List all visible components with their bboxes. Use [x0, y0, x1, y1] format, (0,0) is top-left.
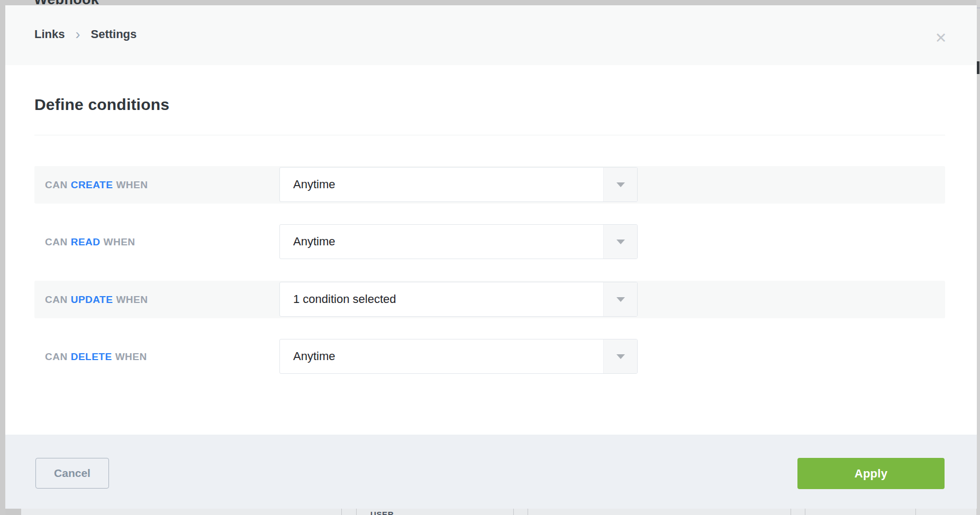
create-condition-dropdown[interactable]: Anytime	[279, 167, 638, 202]
dialog-header: Links › Settings ✕	[5, 5, 977, 65]
label-prefix: CAN	[45, 294, 68, 306]
table-column-divider	[791, 509, 791, 515]
table-column-divider	[513, 509, 514, 515]
dropdown-arrow-box	[603, 225, 637, 259]
label-verb: CREATE	[71, 179, 113, 191]
label-prefix: CAN	[45, 351, 68, 363]
breadcrumb: Links › Settings	[34, 27, 137, 41]
dropdown-selected-value: Anytime	[293, 339, 600, 373]
chevron-right-icon: ›	[75, 29, 80, 40]
update-condition-dropdown[interactable]: 1 condition selected	[279, 282, 638, 317]
chevron-down-icon	[616, 354, 625, 359]
dropdown-selected-value: Anytime	[293, 168, 600, 201]
dropdown-arrow-box	[603, 168, 637, 201]
breadcrumb-item-links[interactable]: Links	[34, 27, 65, 41]
background-table-edge: USER	[5, 509, 976, 515]
chevron-down-icon	[616, 182, 625, 187]
label-prefix: CAN	[45, 236, 68, 248]
delete-condition-dropdown[interactable]: Anytime	[279, 339, 638, 374]
permission-label-update: CAN UPDATE WHEN	[45, 281, 148, 318]
label-suffix: WHEN	[115, 351, 147, 363]
permission-row-delete: CAN DELETE WHEN Anytime	[34, 338, 945, 375]
permission-row-create: CAN CREATE WHEN Anytime	[34, 166, 945, 204]
background-right-partial-glyph	[977, 61, 979, 74]
background-right-edge	[976, 0, 980, 515]
table-column-divider	[805, 509, 805, 515]
table-column-divider	[356, 509, 357, 515]
background-corner-shadow	[5, 509, 21, 515]
chevron-down-icon	[616, 240, 625, 244]
table-column-divider	[915, 509, 916, 515]
dialog-body: Define conditions CAN CREATE WHEN Anytim…	[5, 65, 977, 435]
permission-label-delete: CAN DELETE WHEN	[45, 338, 147, 375]
table-column-divider	[528, 509, 528, 515]
dropdown-selected-value: 1 condition selected	[293, 282, 600, 316]
permission-row-update: CAN UPDATE WHEN 1 condition selected	[34, 281, 945, 318]
cancel-button[interactable]: Cancel	[35, 458, 109, 489]
background-right-divider	[976, 7, 980, 8]
label-suffix: WHEN	[104, 236, 135, 248]
close-icon[interactable]: ✕	[931, 29, 950, 48]
label-suffix: WHEN	[116, 294, 148, 306]
label-verb: READ	[71, 236, 101, 248]
label-prefix: CAN	[45, 179, 68, 191]
breadcrumb-item-settings[interactable]: Settings	[90, 27, 137, 41]
permission-label-read: CAN READ WHEN	[45, 223, 135, 261]
title-divider	[34, 135, 945, 135]
chevron-down-icon	[616, 297, 625, 302]
dropdown-arrow-box	[603, 282, 637, 316]
table-column-divider	[341, 509, 342, 515]
page-title: Define conditions	[34, 96, 169, 114]
read-condition-dropdown[interactable]: Anytime	[279, 224, 638, 259]
apply-button[interactable]: Apply	[797, 458, 945, 489]
label-suffix: WHEN	[116, 179, 148, 191]
background-partial-column-header: USER	[370, 510, 394, 515]
dropdown-selected-value: Anytime	[293, 225, 600, 259]
dropdown-arrow-box	[603, 339, 637, 373]
label-verb: DELETE	[71, 351, 112, 363]
label-verb: UPDATE	[71, 294, 113, 306]
settings-dialog: Links › Settings ✕ Define conditions CAN…	[5, 5, 977, 509]
dialog-footer: Cancel Apply	[5, 435, 977, 509]
permission-row-read: CAN READ WHEN Anytime	[34, 223, 945, 261]
permission-label-create: CAN CREATE WHEN	[45, 166, 148, 204]
